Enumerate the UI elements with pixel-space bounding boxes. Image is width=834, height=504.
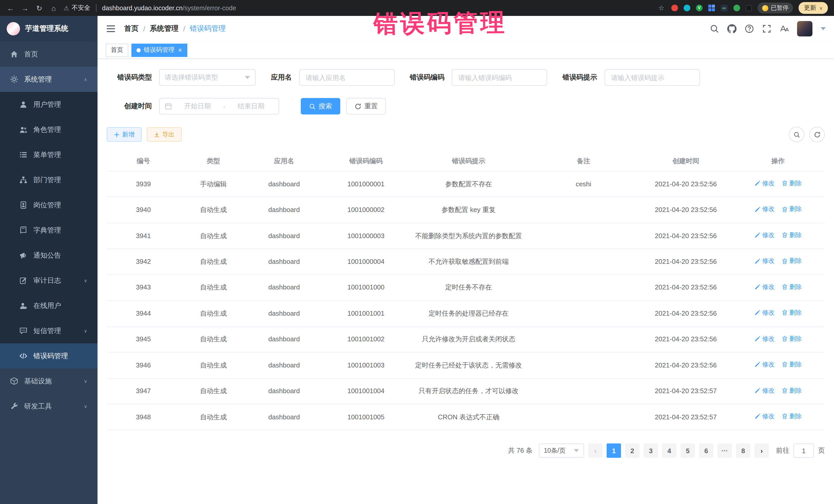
extensions-puzzle-icon[interactable]	[746, 5, 752, 11]
edit-link[interactable]: 修改	[754, 204, 774, 214]
sidebar-item-system[interactable]: 系统管理∧	[0, 67, 97, 92]
error-type-label: 错误码类型	[107, 73, 152, 82]
delete-link[interactable]: 删除	[782, 179, 802, 188]
cell-actions: 修改删除	[731, 378, 825, 404]
page-button-1[interactable]: 1	[607, 444, 621, 458]
page-button-3[interactable]: 3	[643, 444, 658, 458]
sidebar-item-online-user[interactable]: 在线用户	[0, 293, 97, 318]
sidebar-item-dict[interactable]: 字典管理	[0, 218, 97, 243]
add-button[interactable]: 新增	[107, 127, 142, 141]
delete-link[interactable]: 删除	[782, 308, 802, 317]
cell-actions: 修改删除	[731, 301, 825, 326]
cell-time: 2021-04-20 23:52:57	[640, 404, 731, 430]
sidebar-item-sms[interactable]: 短信管理∨	[0, 318, 97, 343]
delete-link[interactable]: 删除	[782, 412, 802, 421]
page-button-6[interactable]: 6	[699, 444, 714, 458]
edit-link[interactable]: 修改	[754, 360, 774, 369]
edit-link[interactable]: 修改	[754, 308, 774, 317]
prev-page-button[interactable]: ‹	[588, 444, 602, 458]
date-range-picker[interactable]: 开始日期 - 结束日期	[159, 98, 279, 114]
sidebar-item-error-code[interactable]: 错误码管理	[0, 343, 97, 369]
profile-chip[interactable]: 已暂停	[758, 3, 793, 13]
extension-icon-on[interactable]: on	[721, 4, 728, 12]
delete-link[interactable]: 删除	[782, 334, 802, 343]
user-menu-chevron-icon[interactable]	[821, 27, 826, 30]
breadcrumb-item[interactable]: 系统管理	[150, 24, 179, 34]
bookmark-star-icon[interactable]: ☆	[657, 5, 666, 11]
help-icon[interactable]	[745, 24, 754, 34]
tab-home[interactable]: 首页	[106, 43, 128, 57]
edit-link[interactable]: 修改	[754, 231, 774, 240]
search-button[interactable]: 搜索	[301, 98, 340, 114]
address-bar[interactable]: dashboard.yudao.iocoder.cn/system/error-…	[102, 4, 651, 12]
extension-icon-teal[interactable]	[684, 5, 690, 11]
search-icon	[793, 131, 800, 138]
sidebar-item-role[interactable]: 角色管理	[0, 117, 97, 142]
tab-error-code[interactable]: 错误码管理×	[131, 43, 187, 57]
delete-link[interactable]: 删除	[782, 360, 802, 369]
reload-icon[interactable]: ↻	[35, 4, 44, 12]
page-button-8[interactable]: 8	[736, 444, 750, 458]
reset-button[interactable]: 重置	[347, 98, 386, 114]
app-name-input[interactable]	[299, 69, 394, 86]
page-button-5[interactable]: 5	[681, 444, 695, 458]
toggle-search-button[interactable]	[789, 127, 804, 142]
refresh-table-button[interactable]	[809, 127, 825, 142]
column-header: 创建时间	[640, 151, 731, 171]
page-size-select[interactable]: 10条/页	[539, 444, 584, 458]
delete-link[interactable]: 删除	[782, 282, 802, 292]
error-type-select[interactable]: 请选择错误码类型	[159, 69, 256, 86]
sidebar-item-audit-log[interactable]: 审计日志∨	[0, 268, 97, 293]
font-size-icon[interactable]	[780, 24, 789, 34]
logo[interactable]: 芋道管理系统	[0, 16, 97, 42]
sidebar-item-dept[interactable]: 部门管理	[0, 167, 97, 193]
delete-link[interactable]: 删除	[782, 231, 802, 240]
cell-code: 1001001001	[322, 301, 411, 326]
header-search-icon[interactable]	[710, 24, 719, 34]
page-button-2[interactable]: 2	[625, 444, 639, 458]
edit-link[interactable]: 修改	[754, 179, 774, 188]
infra-icon	[10, 377, 18, 385]
update-button[interactable]: 更新 ∨	[799, 2, 828, 14]
forward-icon[interactable]: →	[21, 4, 29, 12]
edit-link[interactable]: 修改	[754, 282, 774, 292]
export-button[interactable]: 导出	[147, 127, 182, 141]
dept-icon	[20, 176, 27, 184]
cell-message: 不能删除类型为系统内置的参数配置	[410, 223, 527, 249]
user-avatar[interactable]	[797, 21, 812, 37]
fullscreen-icon[interactable]	[762, 24, 771, 34]
sidebar-item-notice[interactable]: 通知公告	[0, 243, 97, 268]
github-icon[interactable]	[727, 24, 737, 34]
tab-close-icon[interactable]: ×	[178, 47, 182, 53]
delete-link[interactable]: 删除	[782, 256, 802, 266]
sidebar-item-infra[interactable]: 基础设施∨	[0, 369, 97, 394]
goto-page-input[interactable]	[793, 444, 814, 458]
error-code-input[interactable]	[452, 69, 547, 86]
sidebar-item-post[interactable]: 岗位管理	[0, 193, 97, 218]
browser-home-icon[interactable]: ⌂	[49, 4, 58, 12]
extension-icon-leaf[interactable]	[733, 5, 740, 11]
back-icon[interactable]: ←	[6, 4, 15, 12]
sidebar-item-label: 角色管理	[34, 125, 87, 134]
hamburger-icon[interactable]	[106, 24, 116, 34]
extension-icon-red[interactable]	[671, 5, 678, 11]
error-msg-input[interactable]	[604, 69, 700, 86]
next-page-button[interactable]: ›	[754, 444, 769, 458]
edit-link[interactable]: 修改	[754, 386, 774, 395]
sidebar-item-user[interactable]: 用户管理	[0, 92, 97, 117]
sidebar-item-home[interactable]: 首页	[0, 42, 97, 67]
sidebar-item-dev-tool[interactable]: 研发工具∨	[0, 394, 97, 419]
sidebar-item-menu[interactable]: 菜单管理	[0, 142, 97, 167]
edit-link[interactable]: 修改	[754, 412, 774, 421]
security-indicator[interactable]: ⚠ 不安全	[64, 4, 90, 12]
breadcrumb-item[interactable]: 首页	[124, 24, 138, 34]
extension-icon-grid[interactable]	[708, 5, 715, 11]
extension-icon-v[interactable]: V	[696, 5, 703, 11]
cell-app: dashboard	[247, 404, 322, 430]
delete-link[interactable]: 删除	[782, 204, 802, 214]
cell-type: 自动生成	[180, 352, 247, 378]
edit-link[interactable]: 修改	[754, 256, 774, 266]
page-button-4[interactable]: 4	[662, 444, 676, 458]
delete-link[interactable]: 删除	[782, 386, 802, 395]
edit-link[interactable]: 修改	[754, 334, 774, 343]
